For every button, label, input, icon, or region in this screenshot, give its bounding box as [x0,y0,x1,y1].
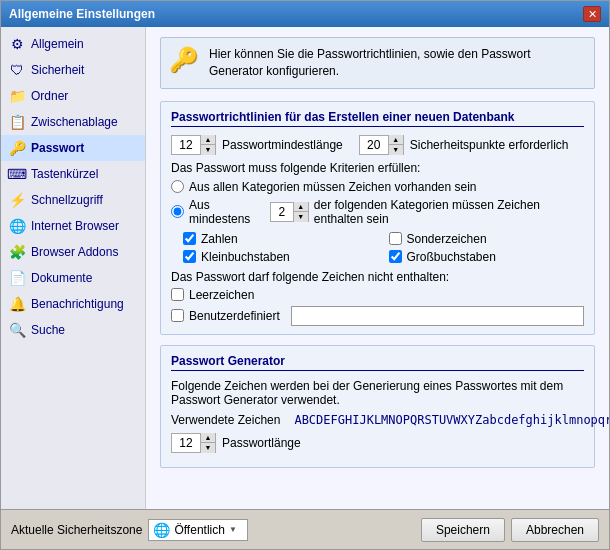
check-leerzeichen: Leerzeichen [171,288,584,302]
cancel-button[interactable]: Abbrechen [511,518,599,542]
check-grossbuchstaben: Großbuchstaben [389,250,585,264]
tastenkuerzel-icon: ⌨ [9,166,25,182]
sicherheit-up[interactable]: ▲ [389,135,403,145]
mindestlaenge-arrows: ▲ ▼ [200,135,215,155]
suche-icon: 🔍 [9,322,25,338]
check-sonderzeichen: Sonderzeichen [389,232,585,246]
sidebar-item-tastenkuerzel[interactable]: ⌨Tastenkürzel [1,161,145,187]
sidebar-label-ordner: Ordner [31,89,68,103]
sidebar-item-internet-browser[interactable]: 🌐Internet Browser [1,213,145,239]
sidebar-item-passwort[interactable]: 🔑Passwort [1,135,145,161]
save-button[interactable]: Speichern [421,518,505,542]
sidebar-item-ordner[interactable]: 📁Ordner [1,83,145,109]
allgemein-icon: ⚙ [9,36,25,52]
radio-all-categories[interactable] [171,180,184,193]
zone-dropdown[interactable]: 🌐 Öffentlich ▼ [148,519,248,541]
sidebar-label-sicherheit: Sicherheit [31,63,84,77]
gen-laenge-down[interactable]: ▼ [201,443,215,453]
radio1-label: Aus allen Kategorien müssen Zeichen vorh… [189,180,477,194]
sicherheit-spinbox[interactable]: ▲ ▼ [359,135,404,155]
gen-laenge-input[interactable] [172,434,200,452]
checkbox-grid: Zahlen Sonderzeichen Kleinbuchstaben Gro… [183,232,584,264]
sicherheit-input[interactable] [360,136,388,154]
gen-laenge-up[interactable]: ▲ [201,433,215,443]
sidebar-label-passwort: Passwort [31,141,84,155]
checkbox-leerzeichen[interactable] [171,288,184,301]
zwischenablage-icon: 📋 [9,114,25,130]
checkbox-zahlen[interactable] [183,232,196,245]
sidebar-label-zwischenablage: Zwischenablage [31,115,118,129]
sidebar-item-sicherheit[interactable]: 🛡Sicherheit [1,57,145,83]
dokumente-icon: 📄 [9,270,25,286]
mindestlaenge-up[interactable]: ▲ [201,135,215,145]
main-window: Allgemeine Einstellungen ✕ ⚙Allgemein🛡Si… [0,0,610,550]
radio2-suffix: der folgenden Kategorien müssen Zeichen … [314,198,584,226]
zone-value: Öffentlich [174,523,224,537]
button-group: Speichern Abbrechen [421,518,599,542]
sidebar-label-schnellzugriff: Schnellzugriff [31,193,103,207]
mindestlaenge-spinbox[interactable]: ▲ ▼ [171,135,216,155]
sidebar-label-benachrichtigung: Benachrichtigung [31,297,124,311]
sidebar-item-dokumente[interactable]: 📄Dokumente [1,265,145,291]
checkbox-grossbuchstaben[interactable] [389,250,402,263]
sidebar-label-suche: Suche [31,323,65,337]
sidebar-label-allgemein: Allgemein [31,37,84,51]
zone-label: Aktuelle Sicherheitszone [11,523,142,537]
passwort-icon: 🔑 [9,140,25,156]
sicherheit-arrows: ▲ ▼ [388,135,403,155]
gen-laenge-arrows: ▲ ▼ [200,433,215,453]
sidebar-item-browser-addons[interactable]: 🧩Browser Addons [1,239,145,265]
mindestlaenge-down[interactable]: ▼ [201,145,215,155]
sidebar-item-zwischenablage[interactable]: 📋Zwischenablage [1,109,145,135]
check-benutzerdefiniert: Benutzerdefiniert [171,306,584,326]
gen-laenge-spinbox[interactable]: ▲ ▼ [171,433,216,453]
radio-min-categories[interactable] [171,205,184,218]
gen-zeichen-label: Verwendete Zeichen [171,413,280,427]
section-password-policy: Passwortrichtlinien für das Erstellen ei… [160,101,595,335]
schnellzugriff-icon: ⚡ [9,192,25,208]
categories-down[interactable]: ▼ [294,212,308,222]
browser-addons-icon: 🧩 [9,244,25,260]
sidebar-item-suche[interactable]: 🔍Suche [1,317,145,343]
mindestlaenge-row: ▲ ▼ Passwortmindestlänge ▲ ▼ Sicherheits… [171,135,584,155]
not-contain-label: Das Passwort darf folgende Zeichen nicht… [171,270,584,284]
gen-zeichen-value: ABCDEFGHIJKLMNOPQRSTUVWXYZabcdefghijklmn… [294,413,609,427]
sidebar-item-schnellzugriff[interactable]: ⚡Schnellzugriff [1,187,145,213]
section1-title: Passwortrichtlinien für das Erstellen ei… [171,110,584,127]
ordner-icon: 📁 [9,88,25,104]
checkbox-kleinbuchstaben[interactable] [183,250,196,263]
checkbox-sonderzeichen[interactable] [389,232,402,245]
radio1-row: Aus allen Kategorien müssen Zeichen vorh… [171,180,584,194]
sidebar-item-benachrichtigung[interactable]: 🔔Benachrichtigung [1,291,145,317]
leerzeichen-label: Leerzeichen [189,288,254,302]
bottom-bar: Aktuelle Sicherheitszone 🌐 Öffentlich ▼ … [1,509,609,549]
main-panel: 🔑 Hier können Sie die Passwortrichtlinie… [146,27,609,509]
categories-spinbox[interactable]: ▲ ▼ [270,202,309,222]
mindestlaenge-label: Passwortmindestlänge [222,138,343,152]
categories-arrows: ▲ ▼ [293,202,308,222]
info-bar: 🔑 Hier können Sie die Passwortrichtlinie… [160,37,595,89]
title-bar: Allgemeine Einstellungen ✕ [1,1,609,27]
sidebar-item-allgemein[interactable]: ⚙Allgemein [1,31,145,57]
sicherheit-down[interactable]: ▼ [389,145,403,155]
globe-icon: 🌐 [153,522,170,538]
sonderzeichen-label: Sonderzeichen [407,232,487,246]
gen-text: Folgende Zeichen werden bei der Generier… [171,379,584,407]
sidebar-label-internet-browser: Internet Browser [31,219,119,233]
benutzerdefiniert-label: Benutzerdefiniert [189,309,280,323]
categories-input[interactable] [271,203,293,221]
zahlen-label: Zahlen [201,232,238,246]
dropdown-arrow-icon: ▼ [229,525,237,534]
categories-up[interactable]: ▲ [294,202,308,212]
zone-area: Aktuelle Sicherheitszone 🌐 Öffentlich ▼ [11,519,248,541]
content-area: ⚙Allgemein🛡Sicherheit📁Ordner📋Zwischenabl… [1,27,609,509]
criteria-label: Das Passwort muss folgende Kriterien erf… [171,161,584,175]
check-kleinbuchstaben: Kleinbuchstaben [183,250,379,264]
mindestlaenge-input[interactable] [172,136,200,154]
window-title: Allgemeine Einstellungen [9,7,155,21]
sidebar-label-browser-addons: Browser Addons [31,245,118,259]
close-button[interactable]: ✕ [583,6,601,22]
benutzerdefiniert-input[interactable] [291,306,584,326]
section-generator: Passwort Generator Folgende Zeichen werd… [160,345,595,468]
checkbox-benutzerdefiniert[interactable] [171,309,184,322]
